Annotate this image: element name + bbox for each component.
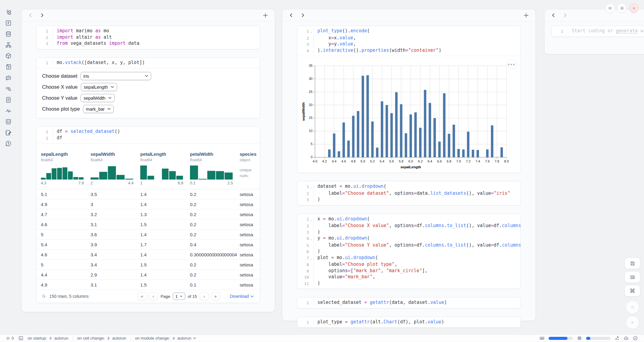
page-count-label: of 15 [188, 294, 197, 299]
code-line: 4).interactive().properties(width="conta… [299, 48, 518, 54]
svg-text:7.6: 7.6 [485, 159, 490, 163]
table-row[interactable]: 4.73.21.30.2setosa [37, 209, 260, 219]
table-column-header[interactable]: petalLengthfloat6416.9 [136, 151, 186, 185]
download-button[interactable]: Download [228, 294, 256, 299]
functions-icon[interactable] [4, 19, 12, 27]
code-editor[interactable]: 1import marimo as mo2import altair as al… [37, 26, 260, 49]
add-cell-icon[interactable] [263, 13, 268, 18]
terminal-icon[interactable] [18, 336, 23, 341]
runtime-setting[interactable]: on startup:autorun [28, 336, 69, 340]
prev-page-button[interactable]: ‹ [149, 292, 158, 300]
chevron-down-icon [107, 108, 111, 110]
svg-text:6.8: 6.8 [447, 159, 451, 163]
dropdown-choose-dataset[interactable]: iris [80, 72, 151, 80]
table-row[interactable]: 4.93.11.50.1setosa [37, 280, 260, 290]
tracing-icon[interactable] [4, 107, 12, 115]
file-tree-icon[interactable] [4, 8, 12, 16]
table-row[interactable]: 53.41.50.2setosa [37, 260, 260, 270]
back-icon[interactable] [551, 13, 556, 17]
first-page-button[interactable]: « [138, 292, 147, 300]
add-cell-icon[interactable] [524, 13, 529, 18]
code-editor[interactable]: 1plot_type = getattr(alt.Chart(df), plot… [297, 317, 521, 328]
next-page-button[interactable]: › [200, 292, 209, 300]
save-icon[interactable] [624, 258, 640, 269]
dependency-graph-icon[interactable] [4, 41, 12, 49]
back-icon[interactable] [28, 13, 33, 17]
cell-output: Choose datasetirisChoose X valuesepalLen… [37, 68, 260, 118]
code-editor[interactable]: 1df = selected_dataset()2df [37, 126, 260, 143]
command-shortcuts-icon[interactable]: ⌘ [624, 285, 640, 297]
table-column-header[interactable]: sepalWidthfloat6424.4 [86, 151, 136, 185]
help-icon[interactable] [4, 140, 12, 148]
database-icon[interactable] [4, 30, 12, 38]
table-column-header[interactable]: speciesobjectuniquenulls: [235, 151, 260, 185]
fold-icon[interactable]: ⌄ [309, 216, 313, 223]
errors-indicator[interactable]: 0 [6, 336, 14, 340]
fold-icon[interactable]: ⌄ [309, 28, 313, 35]
altair-bar-chart[interactable]: 4.04.24.44.64.85.05.25.45.65.86.06.26.46… [297, 59, 521, 171]
menu-icon[interactable] [605, 3, 615, 13]
table-cell: 4.9 [37, 282, 86, 287]
code-editor[interactable]: 1⌄x = mo.ui.dropdown(2 label="Choose X v… [297, 214, 521, 289]
logs-icon[interactable] [4, 63, 12, 71]
run-icon[interactable] [626, 316, 639, 329]
code-editor[interactable]: 1mo.vstack([dataset, x, y, plot]) [37, 58, 260, 68]
packages-icon[interactable] [4, 52, 12, 60]
generate-link[interactable]: generate [616, 28, 638, 34]
svg-text:sepalWidth: sepalWidth [302, 102, 305, 121]
forward-icon[interactable] [301, 13, 305, 17]
table-row[interactable]: 4.63.41.40.30000000000000004setosa [37, 250, 260, 260]
code-line: 4⌄y = mo.ui.dropdown( [299, 235, 518, 242]
table-column-header[interactable]: petalWidthfloat640.12.5 [186, 151, 235, 185]
ai-chat-icon[interactable] [4, 74, 12, 82]
code-editor[interactable]: 1selected_dataset = getattr(data, datase… [297, 297, 521, 308]
control-label: Choose dataset [42, 73, 77, 79]
runtime-setting[interactable]: on cell change:autorun [77, 336, 126, 340]
back-icon[interactable] [289, 13, 293, 17]
column-histogram [140, 166, 183, 180]
autorun-bolt-icon [49, 336, 52, 340]
outline-search-icon[interactable] [4, 85, 12, 93]
table-cell: 3.1 [86, 282, 136, 287]
layout-icon[interactable] [624, 271, 640, 283]
svg-text:15: 15 [309, 116, 313, 119]
control-label: Choose Y value [42, 95, 77, 101]
column-histogram [91, 166, 133, 180]
fold-icon[interactable]: ⌄ [309, 255, 313, 262]
ai-sparkles-icon[interactable] [614, 336, 620, 341]
svg-text:6.6: 6.6 [437, 159, 442, 163]
table-row[interactable]: 4.63.11.50.2setosa [37, 219, 260, 230]
search-icon[interactable] [41, 294, 46, 299]
stop-icon[interactable] [626, 301, 639, 314]
chevron-down-icon [145, 75, 148, 77]
code-editor[interactable]: 1 Start coding or generate with [552, 26, 644, 37]
snippets-icon[interactable] [4, 118, 12, 126]
table-row[interactable]: 5.43.91.70.4setosa [37, 240, 260, 250]
runtime-setting[interactable]: on module change:autorun [135, 336, 196, 340]
code-editor[interactable]: 1⌄dataset = mo.ui.dropdown(2 label="Choo… [297, 181, 521, 205]
table-row[interactable]: 4.931.40.2setosa [37, 199, 260, 209]
settings-gear-icon[interactable] [617, 3, 627, 13]
dropdown-choose-plot-type[interactable]: mark_bar [83, 105, 114, 113]
last-page-button[interactable]: » [211, 292, 220, 300]
cloud-runtime-icon[interactable] [624, 336, 629, 341]
table-column-header[interactable]: sepalLengthfloat644.37.9 [37, 151, 86, 185]
close-icon[interactable] [629, 3, 639, 13]
fold-icon[interactable]: ⌄ [309, 235, 313, 242]
code-editor[interactable]: 1⌄plot_type().encode(2 x=x.value,3 y=y.v… [297, 26, 521, 56]
table-row[interactable]: 5.13.51.40.2setosa [37, 189, 260, 199]
notebook-panel-middle: 1⌄plot_type().encode(2 x=x.value,3 y=y.v… [282, 9, 536, 321]
table-row[interactable]: 4.42.91.40.2setosa [37, 270, 260, 280]
page-select[interactable]: 1 [173, 293, 185, 300]
fold-icon[interactable]: ⌄ [309, 183, 313, 191]
connected-check-icon[interactable] [633, 336, 638, 341]
documentation-icon[interactable] [4, 96, 12, 104]
forward-icon[interactable] [40, 13, 44, 17]
forward-icon[interactable] [563, 13, 567, 17]
dropdown-choose-x-value[interactable]: sepalLength [81, 83, 117, 91]
scratchpad-icon[interactable] [4, 129, 12, 137]
chart-more-icon[interactable]: ●●● [506, 59, 517, 69]
dropdown-choose-y-value[interactable]: sepalWidth [80, 94, 115, 102]
svg-text:5: 5 [311, 142, 313, 146]
table-row[interactable]: 53.61.40.2setosa [37, 230, 260, 240]
